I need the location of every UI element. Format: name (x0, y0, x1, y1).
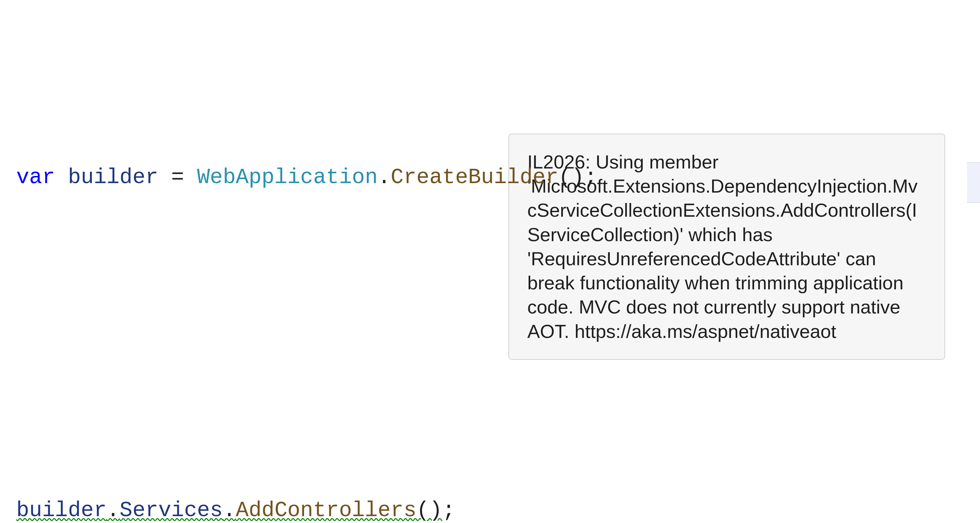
space (158, 161, 172, 194)
keyword-var: var (16, 161, 55, 194)
space (55, 161, 68, 194)
ident-builder: builder (16, 494, 107, 523)
dot: . (107, 494, 119, 523)
space (184, 161, 197, 194)
dot: . (378, 161, 391, 194)
method-addcontrollers: AddControllers (235, 494, 417, 523)
semicolon: ; (442, 494, 455, 523)
ident-builder: builder (68, 161, 158, 194)
parens: () (558, 161, 584, 194)
editor-margin-marker (967, 162, 980, 203)
dot: . (223, 494, 236, 523)
type-webapplication: WebApplication (197, 161, 378, 194)
semicolon: ; (584, 161, 597, 194)
code-line[interactable]: builder . Services . AddControllers () ; (16, 494, 980, 523)
parens: () (417, 494, 442, 523)
method-createbuilder: CreateBuilder (391, 161, 558, 194)
ident-services: Services (119, 494, 223, 523)
operator-equals: = (171, 161, 184, 194)
